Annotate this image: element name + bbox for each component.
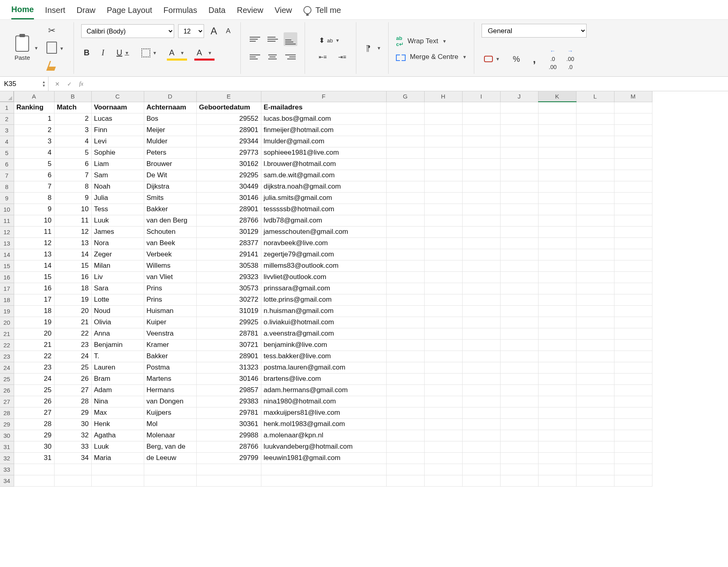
- cell-L22[interactable]: [576, 339, 614, 351]
- cell-A16[interactable]: 15: [14, 271, 54, 283]
- cell-B23[interactable]: 24: [54, 351, 91, 362]
- cell-L32[interactable]: [576, 452, 614, 464]
- bold-button[interactable]: B: [81, 46, 92, 59]
- cell-G11[interactable]: [386, 215, 424, 226]
- cell-D6[interactable]: Brouwer: [144, 158, 196, 170]
- cell-F13[interactable]: noravbeek@live.com: [261, 237, 386, 249]
- column-header-I[interactable]: I: [462, 91, 500, 102]
- row-header-11[interactable]: 11: [0, 215, 14, 226]
- cell-B3[interactable]: 3: [54, 124, 91, 136]
- cell-J7[interactable]: [500, 170, 538, 181]
- cell-C13[interactable]: Nora: [91, 237, 144, 249]
- cell-J23[interactable]: [500, 351, 538, 362]
- cell-F25[interactable]: brartens@live.com: [261, 373, 386, 384]
- cell-K10[interactable]: [538, 204, 576, 215]
- cell-I1[interactable]: [462, 102, 500, 113]
- cell-L3[interactable]: [576, 124, 614, 136]
- cell-K28[interactable]: [538, 407, 576, 418]
- row-header-19[interactable]: 19: [0, 305, 14, 317]
- number-format-select[interactable]: General: [482, 24, 587, 38]
- cell-A3[interactable]: 2: [14, 124, 54, 136]
- cell-D11[interactable]: van den Berg: [144, 215, 196, 226]
- cell-L30[interactable]: [576, 430, 614, 441]
- cell-L16[interactable]: [576, 271, 614, 283]
- row-header-16[interactable]: 16: [0, 271, 14, 283]
- cell-F2[interactable]: lucas.bos@gmail.com: [261, 113, 386, 124]
- cell-L27[interactable]: [576, 396, 614, 407]
- cell-M30[interactable]: [614, 430, 652, 441]
- cell-F34[interactable]: [261, 475, 386, 486]
- cell-F5[interactable]: sophieee1981@live.com: [261, 147, 386, 158]
- cell-A31[interactable]: 30: [14, 441, 54, 452]
- cell-D18[interactable]: Prins: [144, 294, 196, 305]
- spreadsheet-grid[interactable]: ABCDEFGHIJKLM1RankingMatchVoornaamAchter…: [0, 91, 728, 487]
- increase-indent-button[interactable]: ⇥≡: [336, 52, 349, 62]
- row-header-12[interactable]: 12: [0, 226, 14, 237]
- cell-F26[interactable]: adam.hermans@gmail.com: [261, 384, 386, 396]
- cell-K17[interactable]: [538, 283, 576, 294]
- cell-J2[interactable]: [500, 113, 538, 124]
- cell-M26[interactable]: [614, 384, 652, 396]
- cell-D30[interactable]: Molenaar: [144, 430, 196, 441]
- cell-L23[interactable]: [576, 351, 614, 362]
- cell-J1[interactable]: [500, 102, 538, 113]
- cell-A8[interactable]: 7: [14, 181, 54, 192]
- cell-B1[interactable]: Match: [54, 102, 91, 113]
- cell-L2[interactable]: [576, 113, 614, 124]
- cell-A24[interactable]: 23: [14, 362, 54, 373]
- cell-C4[interactable]: Levi: [91, 136, 144, 147]
- cell-G20[interactable]: [386, 317, 424, 328]
- cell-B14[interactable]: 14: [54, 249, 91, 260]
- cell-A18[interactable]: 17: [14, 294, 54, 305]
- cell-F32[interactable]: leeuwin1981@gmail.com: [261, 452, 386, 464]
- cell-D26[interactable]: Hermans: [144, 384, 196, 396]
- cell-D8[interactable]: Dijkstra: [144, 181, 196, 192]
- cell-L13[interactable]: [576, 237, 614, 249]
- cell-F28[interactable]: maxkuijpers81@live.com: [261, 407, 386, 418]
- cell-M29[interactable]: [614, 418, 652, 430]
- cell-E1[interactable]: Geboortedatum: [196, 102, 261, 113]
- cell-I4[interactable]: [462, 136, 500, 147]
- paste-dropdown[interactable]: ▼: [34, 46, 38, 50]
- column-header-D[interactable]: D: [144, 91, 196, 102]
- cell-A17[interactable]: 16: [14, 283, 54, 294]
- cell-A7[interactable]: 6: [14, 170, 54, 181]
- cell-F20[interactable]: o.liviakui@hotmail.com: [261, 317, 386, 328]
- cell-K18[interactable]: [538, 294, 576, 305]
- tab-tell-me[interactable]: Tell me: [303, 6, 341, 19]
- cell-F8[interactable]: dijkstra.noah@gmail.com: [261, 181, 386, 192]
- cell-L19[interactable]: [576, 305, 614, 317]
- cell-J15[interactable]: [500, 260, 538, 271]
- cell-M16[interactable]: [614, 271, 652, 283]
- cell-D34[interactable]: [144, 475, 196, 486]
- cell-L5[interactable]: [576, 147, 614, 158]
- cell-K31[interactable]: [538, 441, 576, 452]
- cell-A33[interactable]: [14, 464, 54, 475]
- cell-K33[interactable]: [538, 464, 576, 475]
- cell-J25[interactable]: [500, 373, 538, 384]
- cell-I28[interactable]: [462, 407, 500, 418]
- cell-B33[interactable]: [54, 464, 91, 475]
- tab-view[interactable]: View: [275, 6, 292, 19]
- cell-C9[interactable]: Julia: [91, 192, 144, 204]
- cell-K7[interactable]: [538, 170, 576, 181]
- row-header-34[interactable]: 34: [0, 475, 14, 486]
- cell-F16[interactable]: livvliet@outlook.com: [261, 271, 386, 283]
- cell-F24[interactable]: postma.lauren@gmail.com: [261, 362, 386, 373]
- cell-G24[interactable]: [386, 362, 424, 373]
- decrease-font-button[interactable]: A: [223, 25, 233, 37]
- cell-G23[interactable]: [386, 351, 424, 362]
- cell-G19[interactable]: [386, 305, 424, 317]
- cell-M1[interactable]: [614, 102, 652, 113]
- cell-C23[interactable]: T.: [91, 351, 144, 362]
- cell-C22[interactable]: Benjamin: [91, 339, 144, 351]
- cell-A12[interactable]: 11: [14, 226, 54, 237]
- cell-B34[interactable]: [54, 475, 91, 486]
- cell-K11[interactable]: [538, 215, 576, 226]
- cell-E17[interactable]: 30573: [196, 283, 261, 294]
- cell-M18[interactable]: [614, 294, 652, 305]
- cell-I21[interactable]: [462, 328, 500, 339]
- cell-A6[interactable]: 5: [14, 158, 54, 170]
- cell-M7[interactable]: [614, 170, 652, 181]
- cell-K25[interactable]: [538, 373, 576, 384]
